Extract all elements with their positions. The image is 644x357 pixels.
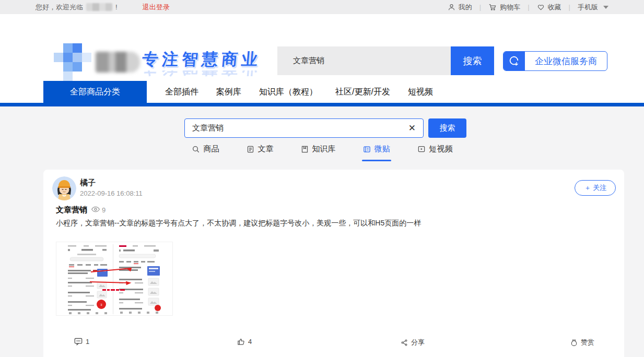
tagline-wrap: 专注智慧商业 专注智慧商业 <box>142 49 261 79</box>
tab-knowledge[interactable]: 知识库 <box>301 144 336 161</box>
greeting-suffix: ! <box>115 3 118 11</box>
post-title-row: 文章营销 9 <box>56 205 106 215</box>
site-tagline: 专注智慧商业 <box>141 49 262 70</box>
result-type-tabs: 商品 文章 知识库 微贴 短视频 <box>0 144 644 161</box>
post-timestamp: 2022-09-16 16:08:11 <box>80 189 143 197</box>
search-icon <box>192 145 200 153</box>
topbar: 您好，欢迎光临! 退出登录 我的 | 购物车 | 收藏 <box>0 0 644 14</box>
chevron-down-icon <box>603 6 608 9</box>
reward-button[interactable]: 赞赏 <box>570 338 594 347</box>
post-icon <box>363 145 371 153</box>
cart-icon <box>488 3 497 11</box>
heart-icon <box>537 4 545 11</box>
site-header: 专注智慧商业 专注智慧商业 文章营销 搜索 企业微信服务商 <box>0 14 644 81</box>
separator: | <box>479 3 481 11</box>
cart-link[interactable]: 购物车 <box>488 3 520 12</box>
like-button[interactable]: 4 <box>237 338 252 346</box>
post-title[interactable]: 文章营销 <box>56 205 87 215</box>
mobile-version-label: 手机版 <box>578 3 598 12</box>
mobile-version-menu[interactable]: 手机版 <box>578 3 608 12</box>
cart-label: 购物车 <box>500 3 520 12</box>
post-actions: 1 4 分享 <box>43 338 624 350</box>
greeting: 您好，欢迎光临! 退出登录 <box>36 3 170 12</box>
video-icon <box>417 145 426 153</box>
clear-search-icon[interactable]: ✕ <box>408 123 416 134</box>
nav-community[interactable]: 社区/更新/开发 <box>326 81 399 103</box>
share-label: 分享 <box>411 338 425 347</box>
avatar[interactable] <box>52 176 76 200</box>
follow-button[interactable]: ＋ 关注 <box>575 180 616 196</box>
favorites-label: 收藏 <box>548 3 561 12</box>
like-count: 4 <box>248 338 252 346</box>
share-icon <box>401 339 408 347</box>
post-card: 橘子 2022-09-16 16:08:11 ＋ 关注 文章营销 9 小程序，文… <box>43 170 624 357</box>
nav-case-library[interactable]: 案例库 <box>207 81 250 103</box>
nav-knowledge-base[interactable]: 知识库（教程） <box>250 81 326 103</box>
logout-link[interactable]: 退出登录 <box>143 3 170 12</box>
eye-icon <box>91 206 100 214</box>
share-button[interactable]: 分享 <box>401 338 425 347</box>
wechat-service-label: 企业微信服务商 <box>524 52 607 70</box>
tab-articles[interactable]: 文章 <box>247 144 274 161</box>
results-search-button[interactable]: 搜索 <box>428 118 466 138</box>
redacted-logo-text <box>96 52 140 73</box>
redacted-username <box>86 3 112 11</box>
nav-all-plugins[interactable]: 全部插件 <box>156 81 207 103</box>
page-body: 文章营销 ✕ 搜索 商品 文章 知识库 <box>0 106 644 357</box>
main-nav: 全部商品分类 全部插件 案例库 知识库（教程） 社区/更新/开发 短视频 <box>0 81 644 103</box>
results-search-input[interactable]: 文章营销 ✕ <box>184 118 424 138</box>
results-search-value: 文章营销 <box>192 123 224 133</box>
my-account-link[interactable]: 我的 <box>448 3 472 12</box>
header-search-button[interactable]: 搜索 <box>451 46 494 75</box>
view-count: 9 <box>102 206 106 214</box>
thumbs-up-icon <box>237 338 245 346</box>
reward-pouch-icon <box>570 339 578 347</box>
article-icon <box>247 145 254 153</box>
wechat-chat-icon <box>504 52 524 70</box>
nav-short-video[interactable]: 短视频 <box>399 81 442 103</box>
header-search: 文章营销 搜索 <box>277 46 494 75</box>
greeting-text: 您好，欢迎光临 <box>36 3 83 12</box>
comment-icon <box>74 338 83 346</box>
reward-label: 赞赏 <box>581 338 594 347</box>
my-account-label: 我的 <box>459 3 472 12</box>
tab-goods[interactable]: 商品 <box>192 144 219 161</box>
tab-micro-posts[interactable]: 微贴 <box>363 144 390 161</box>
user-icon <box>448 3 455 11</box>
site-logo[interactable] <box>54 43 91 81</box>
comment-count: 1 <box>86 338 89 346</box>
post-attachment-image[interactable]: 3 <box>56 242 173 316</box>
favorites-link[interactable]: 收藏 <box>537 3 561 12</box>
comment-button[interactable]: 1 <box>74 338 89 346</box>
separator: | <box>528 3 529 11</box>
topbar-links: 我的 | 购物车 | 收藏 | 手机版 <box>448 3 608 12</box>
post-author[interactable]: 橘子 <box>80 178 96 188</box>
post-content: 小程序，文章营销--文章的标题字号有点大了，不太协调，建议把标题字号改小，美观一… <box>56 219 421 228</box>
view-counter: 9 <box>91 206 106 214</box>
header-search-input[interactable]: 文章营销 <box>277 46 451 75</box>
nav-accent-strip <box>0 103 644 106</box>
site-tagline-reflection: 专注智慧商业 <box>142 70 261 79</box>
tab-short-video[interactable]: 短视频 <box>417 144 453 161</box>
knowledge-icon <box>301 145 309 153</box>
wechat-service-button[interactable]: 企业微信服务商 <box>503 51 607 71</box>
separator: | <box>569 3 570 11</box>
nav-all-categories[interactable]: 全部商品分类 <box>43 81 147 103</box>
